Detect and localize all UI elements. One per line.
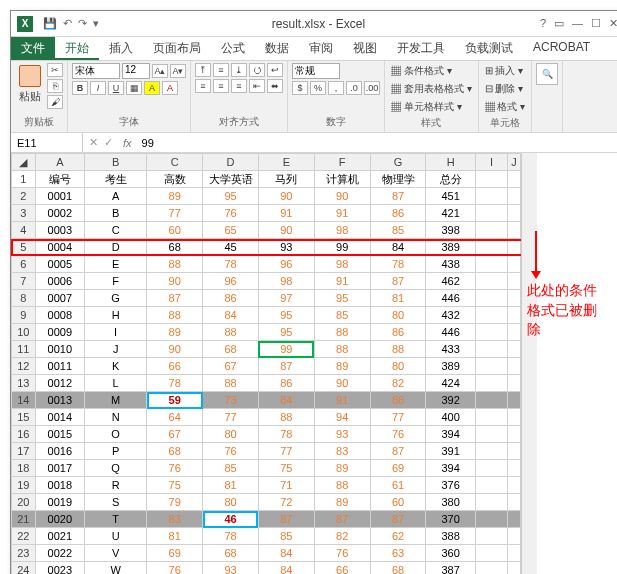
cell[interactable]: 76 bbox=[314, 545, 370, 562]
cell[interactable]: 83 bbox=[147, 511, 203, 528]
cell[interactable]: K bbox=[85, 358, 147, 375]
cell[interactable]: 90 bbox=[258, 222, 314, 239]
redo-icon[interactable]: ↷ bbox=[78, 17, 87, 30]
cell[interactable]: 78 bbox=[370, 256, 426, 273]
percent-icon[interactable]: % bbox=[310, 81, 326, 95]
cell[interactable]: 93 bbox=[314, 426, 370, 443]
cell[interactable] bbox=[508, 239, 521, 256]
cell[interactable] bbox=[475, 188, 507, 205]
cell[interactable]: 62 bbox=[370, 528, 426, 545]
cell[interactable]: 380 bbox=[426, 494, 475, 511]
cell[interactable]: 0009 bbox=[35, 324, 84, 341]
cell[interactable]: Q bbox=[85, 460, 147, 477]
cell[interactable]: 0018 bbox=[35, 477, 84, 494]
cell[interactable]: 81 bbox=[370, 290, 426, 307]
cell[interactable]: 72 bbox=[258, 494, 314, 511]
cell[interactable]: 63 bbox=[370, 545, 426, 562]
cell[interactable]: 95 bbox=[314, 290, 370, 307]
cell[interactable]: 87 bbox=[370, 273, 426, 290]
cell[interactable]: 85 bbox=[203, 460, 259, 477]
cell[interactable]: 67 bbox=[147, 426, 203, 443]
help-icon[interactable]: ? bbox=[540, 17, 546, 30]
cell[interactable] bbox=[508, 256, 521, 273]
cell[interactable] bbox=[475, 477, 507, 494]
cell[interactable] bbox=[475, 273, 507, 290]
minimize-icon[interactable]: — bbox=[572, 17, 583, 30]
cell[interactable]: 91 bbox=[314, 392, 370, 409]
cell[interactable]: 89 bbox=[147, 324, 203, 341]
row-header[interactable]: 2 bbox=[12, 188, 36, 205]
cell[interactable] bbox=[508, 409, 521, 426]
cell[interactable]: 0008 bbox=[35, 307, 84, 324]
cell[interactable] bbox=[475, 205, 507, 222]
cell[interactable]: 99 bbox=[314, 239, 370, 256]
cell[interactable] bbox=[475, 307, 507, 324]
cell[interactable] bbox=[475, 460, 507, 477]
cell[interactable]: 61 bbox=[370, 477, 426, 494]
cell[interactable] bbox=[475, 341, 507, 358]
cell[interactable]: 87 bbox=[314, 511, 370, 528]
cell[interactable]: 89 bbox=[314, 460, 370, 477]
cell[interactable]: 考生 bbox=[85, 171, 147, 188]
delete-cells-button[interactable]: ⊟ 删除 ▾ bbox=[483, 81, 526, 97]
cell[interactable]: 388 bbox=[426, 528, 475, 545]
cell[interactable]: 80 bbox=[370, 307, 426, 324]
cell[interactable]: N bbox=[85, 409, 147, 426]
cell[interactable] bbox=[508, 171, 521, 188]
tab-load[interactable]: 负载测试 bbox=[455, 37, 523, 60]
cell[interactable]: 370 bbox=[426, 511, 475, 528]
cell[interactable] bbox=[508, 562, 521, 575]
cell[interactable] bbox=[508, 341, 521, 358]
cell[interactable] bbox=[475, 392, 507, 409]
increase-font-icon[interactable]: A▴ bbox=[152, 64, 168, 78]
row-header[interactable]: 7 bbox=[12, 273, 36, 290]
col-header-B[interactable]: B bbox=[85, 154, 147, 171]
cell[interactable] bbox=[508, 426, 521, 443]
cell[interactable]: 94 bbox=[314, 409, 370, 426]
decrease-font-icon[interactable]: A▾ bbox=[170, 64, 186, 78]
cell[interactable]: 0012 bbox=[35, 375, 84, 392]
cell[interactable]: 389 bbox=[426, 358, 475, 375]
font-name-select[interactable]: 宋体 bbox=[72, 63, 120, 79]
ribbon-collapse-icon[interactable]: ▭ bbox=[554, 17, 564, 30]
cell[interactable]: 65 bbox=[203, 222, 259, 239]
row-header[interactable]: 4 bbox=[12, 222, 36, 239]
cell[interactable] bbox=[475, 256, 507, 273]
cell[interactable]: 438 bbox=[426, 256, 475, 273]
cell[interactable]: 0020 bbox=[35, 511, 84, 528]
cell[interactable]: L bbox=[85, 375, 147, 392]
cell[interactable]: 394 bbox=[426, 460, 475, 477]
col-header-D[interactable]: D bbox=[203, 154, 259, 171]
cell-style-button[interactable]: ▦ 单元格样式 ▾ bbox=[389, 99, 464, 115]
cell[interactable]: 76 bbox=[147, 460, 203, 477]
cell[interactable]: 84 bbox=[258, 545, 314, 562]
cell[interactable]: E bbox=[85, 256, 147, 273]
find-icon[interactable]: 🔍 bbox=[536, 63, 558, 85]
cell[interactable] bbox=[508, 188, 521, 205]
cell[interactable] bbox=[508, 358, 521, 375]
vertical-scrollbar[interactable] bbox=[521, 153, 537, 574]
cell[interactable]: 88 bbox=[370, 392, 426, 409]
cell[interactable]: 87 bbox=[370, 511, 426, 528]
cell[interactable]: 387 bbox=[426, 562, 475, 575]
cell[interactable]: 80 bbox=[203, 494, 259, 511]
col-header-G[interactable]: G bbox=[370, 154, 426, 171]
cell[interactable]: 0005 bbox=[35, 256, 84, 273]
cell[interactable]: 67 bbox=[203, 358, 259, 375]
cell[interactable]: 376 bbox=[426, 477, 475, 494]
cell[interactable]: 73 bbox=[203, 392, 259, 409]
cell[interactable]: 86 bbox=[258, 375, 314, 392]
cell[interactable]: U bbox=[85, 528, 147, 545]
cell[interactable] bbox=[508, 528, 521, 545]
cell[interactable]: 68 bbox=[370, 562, 426, 575]
cell[interactable]: 88 bbox=[147, 256, 203, 273]
cell[interactable]: 88 bbox=[314, 324, 370, 341]
cell[interactable]: 389 bbox=[426, 239, 475, 256]
cell[interactable] bbox=[475, 511, 507, 528]
cell[interactable]: 91 bbox=[314, 273, 370, 290]
cell[interactable]: C bbox=[85, 222, 147, 239]
italic-button[interactable]: I bbox=[90, 81, 106, 95]
cell[interactable]: 462 bbox=[426, 273, 475, 290]
border-icon[interactable]: ▦ bbox=[126, 81, 142, 95]
cell[interactable]: 84 bbox=[258, 392, 314, 409]
